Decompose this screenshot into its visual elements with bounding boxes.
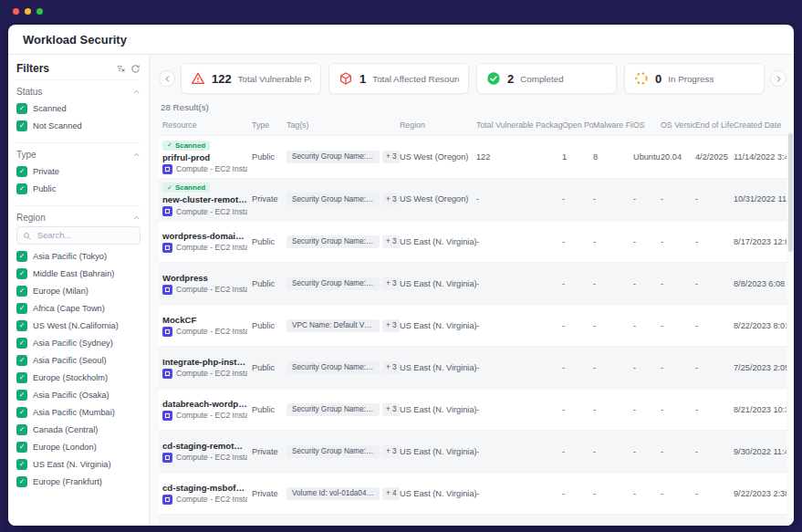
filter-checkbox-item[interactable]: Scanned — [16, 103, 141, 114]
filter-checkbox-item[interactable]: Asia Pacific (Seoul) — [16, 355, 141, 366]
column-header[interactable]: OS Versions — [661, 120, 695, 130]
tag-more-count[interactable]: + 3 — [382, 277, 400, 290]
filter-checkbox-item[interactable]: Public — [16, 183, 141, 194]
checkbox-checked-icon[interactable] — [16, 338, 27, 349]
tag-pill[interactable]: Security Group Name: Integrator-SG — [286, 361, 380, 374]
checkbox-checked-icon[interactable] — [16, 442, 27, 453]
filter-checkbox-item[interactable]: Asia Pacific (Sydney) — [16, 338, 141, 349]
refresh-filters-icon[interactable] — [130, 64, 141, 74]
table-row[interactable]: cd-staging-msbof-1-Node Compute - EC2 In… — [159, 472, 786, 514]
column-header[interactable]: End of Life — [695, 120, 734, 130]
table-row[interactable]: Scanned new-cluster-remote-connes... Com… — [159, 178, 786, 221]
vulnerable-packages-cell: - — [476, 279, 562, 288]
checkbox-checked-icon[interactable] — [16, 424, 27, 435]
tag-pill[interactable]: Security Group Name: prifrul-prod — [286, 151, 380, 163]
tag-pill[interactable]: Security Group Name: wordpress-sg — [286, 235, 380, 248]
checkbox-checked-icon[interactable] — [16, 407, 27, 418]
resource-name[interactable]: wordpress-domain-migration — [162, 231, 247, 241]
table-row[interactable]: MockCF Compute - EC2 Instances Public VP… — [159, 304, 786, 346]
filter-section-header[interactable]: Region — [16, 213, 141, 223]
checkbox-checked-icon[interactable] — [16, 355, 27, 366]
tag-pill[interactable]: Security Group Name: production-sg — [286, 193, 380, 205]
checkbox-checked-icon[interactable] — [16, 183, 27, 194]
column-header[interactable]: Type — [252, 120, 286, 130]
checkbox-checked-icon[interactable] — [16, 166, 27, 177]
filter-checkbox-item[interactable]: US West (N.California) — [16, 320, 141, 331]
close-window-button[interactable] — [13, 8, 19, 15]
column-header[interactable]: OS — [633, 120, 661, 130]
resource-name[interactable]: cd-staging-msbof-1-Node — [162, 483, 247, 493]
filter-checkbox-item[interactable]: Europe (Milan) — [16, 286, 141, 297]
filter-checkbox-item[interactable]: Africa (Cape Town) — [16, 303, 141, 314]
checkbox-checked-icon[interactable] — [16, 390, 27, 401]
checkbox-checked-icon[interactable] — [16, 120, 27, 131]
column-header[interactable]: Region — [400, 120, 476, 130]
resource-name[interactable]: MockCF — [162, 315, 247, 325]
filter-section-header[interactable]: Type — [16, 150, 141, 160]
scrollbar-thumb[interactable] — [788, 133, 793, 252]
tag-more-count[interactable]: + 4 — [382, 487, 400, 500]
checkbox-checked-icon[interactable] — [16, 320, 27, 331]
filter-checkbox-item[interactable]: US East (N. Virginia) — [16, 459, 141, 470]
resource-name[interactable]: new-cluster-remote-connes... — [162, 194, 247, 204]
table-row[interactable]: cd-staging-jobs-3-Node Compute - EC2 Ins… — [159, 514, 786, 526]
region-search-input[interactable] — [36, 230, 134, 241]
carousel-prev-button[interactable] — [159, 70, 175, 87]
filter-checkbox-item[interactable]: Europe (Frankfurt) — [16, 476, 141, 487]
tag-more-count[interactable]: + 3 — [382, 151, 400, 163]
resource-name[interactable]: cd-staging-jobs-3-Node — [162, 525, 247, 527]
tag-more-count[interactable]: + 3 — [382, 193, 400, 205]
table-row[interactable]: Wordpress Compute - EC2 Instances Public… — [159, 262, 786, 304]
checkbox-checked-icon[interactable] — [16, 476, 27, 487]
filter-checkbox-item[interactable]: Asia Pacific (Tokyo) — [16, 251, 141, 262]
filter-checkbox-item[interactable]: Europe (Stockholm) — [16, 372, 141, 383]
resource-name[interactable]: prifrul-prod — [162, 152, 247, 162]
filter-checkbox-item[interactable]: Canada (Central) — [16, 424, 141, 435]
checkbox-checked-icon[interactable] — [16, 251, 27, 262]
tag-pill[interactable]: VPC Name: Default VPC — [286, 319, 380, 332]
minimize-window-button[interactable] — [25, 8, 31, 15]
tag-pill[interactable]: Volume Id: vol-01da04015c5ea232e — [286, 487, 380, 500]
tag-more-count[interactable]: + 3 — [382, 319, 400, 332]
table-row[interactable]: wordpress-domain-migration Compute - EC2… — [159, 220, 786, 262]
column-header[interactable]: Resource — [162, 120, 252, 130]
resource-name[interactable]: Wordpress — [162, 273, 247, 283]
table-row[interactable]: cd-staging-remote-connecti... Compute - … — [159, 430, 786, 472]
filter-checkbox-item[interactable]: Middle East (Bahrain) — [16, 268, 141, 279]
maximize-window-button[interactable] — [36, 8, 43, 15]
filter-checkbox-item[interactable]: Asia Pacific (Osaka) — [16, 390, 141, 401]
checkbox-checked-icon[interactable] — [16, 103, 27, 114]
filter-checkbox-item[interactable]: Not Scanned — [16, 120, 141, 131]
tag-more-count[interactable]: + 3 — [382, 445, 400, 458]
tag-pill[interactable]: Security Group Name: staging-sg — [286, 445, 380, 458]
clear-filters-icon[interactable] — [116, 64, 126, 74]
filter-checkbox-item[interactable]: Europe (London) — [16, 442, 141, 453]
checkbox-checked-icon[interactable] — [16, 268, 27, 279]
tag-pill[interactable]: Security Group Name: wordpress-sg — [286, 277, 380, 290]
tag-more-count[interactable]: + 3 — [382, 403, 400, 416]
resource-name[interactable]: cd-staging-remote-connecti... — [162, 441, 247, 451]
filter-checkbox-item[interactable]: Asia Pacific (Mumbai) — [16, 407, 141, 418]
table-row[interactable]: Integrate-php-instance Compute - EC2 Ins… — [159, 346, 786, 388]
region-search[interactable] — [16, 226, 141, 245]
vertical-scrollbar[interactable] — [788, 133, 793, 522]
tag-more-count[interactable]: + 3 — [382, 235, 400, 248]
column-header[interactable]: Tag(s) — [286, 120, 400, 130]
tag-pill[interactable]: Security Group Name: wordpress-sg — [286, 403, 380, 416]
column-header[interactable]: Total Vulnerable Packages — [476, 120, 562, 130]
filter-checkbox-item[interactable]: Private — [16, 166, 141, 177]
resource-name[interactable]: Integrate-php-instance — [162, 357, 247, 367]
column-header[interactable]: Created Date — [734, 120, 786, 130]
checkbox-checked-icon[interactable] — [16, 459, 27, 470]
checkbox-checked-icon[interactable] — [16, 303, 27, 314]
carousel-next-button[interactable] — [770, 70, 786, 87]
tag-more-count[interactable]: + 3 — [382, 361, 400, 374]
checkbox-checked-icon[interactable] — [16, 286, 27, 297]
column-header[interactable]: Open Ports — [562, 120, 593, 130]
table-row[interactable]: Scanned prifrul-prod Compute - EC2 Insta… — [159, 135, 786, 178]
checkbox-checked-icon[interactable] — [16, 372, 27, 383]
table-row[interactable]: databreach-wordpress Compute - EC2 Insta… — [159, 388, 786, 430]
resource-name[interactable]: databreach-wordpress — [162, 399, 247, 409]
filter-section-header[interactable]: Status — [16, 87, 141, 97]
column-header[interactable]: Malware Files — [593, 120, 633, 130]
